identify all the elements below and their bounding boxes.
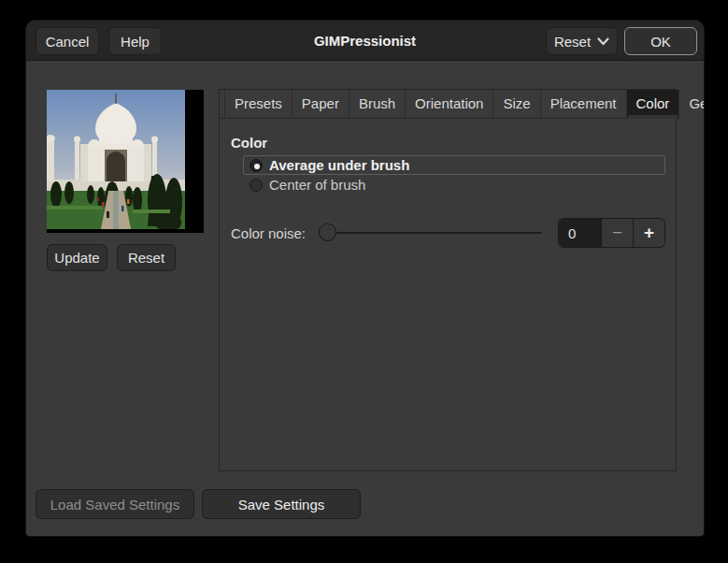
ok-button[interactable]: OK [624, 27, 697, 55]
reset-menu-label: Reset [554, 34, 591, 50]
color-noise-label: Color noise: [231, 225, 306, 241]
update-button[interactable]: Update [47, 244, 107, 271]
help-button[interactable]: Help [108, 27, 162, 55]
color-tab-panel: Color Average under brush Center of brus… [220, 119, 676, 248]
color-source-radio-group: Average under brush Center of brush [243, 155, 665, 195]
tab-orientation[interactable]: Orientation [406, 90, 493, 119]
color-frame-title: Color [231, 135, 665, 151]
slider-handle[interactable] [319, 224, 336, 241]
tab-size[interactable]: Size [493, 90, 540, 119]
slider-track[interactable] [319, 232, 542, 234]
tab-brush[interactable]: Brush [350, 90, 406, 119]
settings-notebook: Presets Paper Brush Orientation Size Pla… [219, 89, 677, 471]
taj-mahal-photo [47, 90, 185, 229]
chevron-down-icon [597, 37, 609, 46]
radio-on-icon [250, 159, 263, 172]
reset-menu-button[interactable]: Reset [546, 27, 618, 55]
color-noise-row: Color noise: − + [231, 218, 665, 248]
tab-bar: Presets Paper Brush Orientation Size Pla… [220, 90, 676, 119]
minus-icon[interactable]: − [601, 219, 633, 247]
tab-color[interactable]: Color [627, 90, 680, 119]
radio-center-of-brush[interactable]: Center of brush [243, 175, 665, 195]
radio-average-under-brush[interactable]: Average under brush [243, 155, 665, 175]
load-saved-settings-button: Load Saved Settings [36, 489, 194, 519]
color-noise-slider[interactable] [319, 224, 542, 242]
radio-off-icon [250, 179, 263, 192]
cancel-button[interactable]: Cancel [36, 27, 99, 55]
radio-center-label: Center of brush [269, 177, 365, 193]
plus-icon[interactable]: + [633, 219, 664, 247]
color-noise-input[interactable] [559, 219, 601, 247]
gimpressionist-dialog: Cancel Help GIMPressionist Reset OK [26, 21, 704, 536]
tab-presets[interactable]: Presets [224, 90, 293, 119]
tab-paper[interactable]: Paper [293, 90, 350, 119]
tab-placement[interactable]: Placement [541, 90, 627, 119]
color-noise-spinbox: − + [558, 218, 665, 248]
save-settings-button[interactable]: Save Settings [202, 489, 361, 519]
header-bar: Cancel Help GIMPressionist Reset OK [26, 21, 704, 61]
tab-general[interactable]: General [679, 90, 704, 119]
radio-average-label: Average under brush [269, 157, 409, 173]
preview-reset-button[interactable]: Reset [117, 244, 176, 271]
preview-image [47, 90, 204, 233]
